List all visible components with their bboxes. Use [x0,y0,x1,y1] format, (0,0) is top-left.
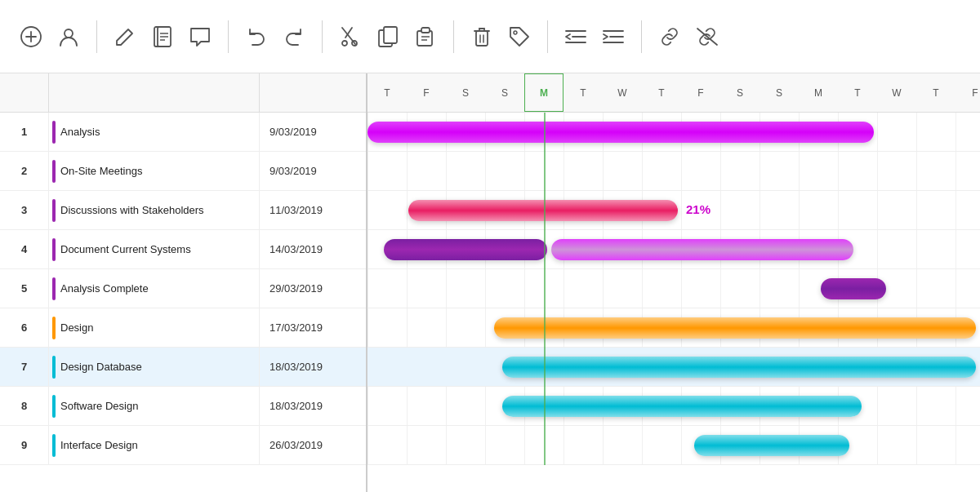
row-name: Design [49,308,260,347]
gantt-bar-container[interactable] [494,317,976,339]
gantt-day-header: S [485,73,524,112]
svg-point-3 [65,29,73,38]
table-body: 1 Analysis 9/03/2019 2 On-Site Meetings … [0,113,366,465]
svg-point-22 [514,31,517,34]
user-icon[interactable] [54,22,83,51]
table-row[interactable]: 7 Design Database 18/03/2019 [0,348,366,387]
gantt-bar-container[interactable] [502,396,862,417]
gantt-day-header: T [642,73,681,112]
svg-rect-14 [384,27,397,43]
row-name: Design Database [49,348,260,386]
indent-more-icon[interactable] [599,22,628,51]
gantt-row[interactable] [368,152,980,191]
row-num: 4 [0,230,49,268]
row-num: 8 [0,387,49,425]
redo-icon[interactable] [279,22,309,51]
table-row[interactable]: 3 Discussions with Stakeholders 11/03/20… [0,191,366,230]
task-name-text: Design Database [60,361,142,373]
row-color-indicator [52,160,56,183]
col-task-header [49,73,260,112]
row-name: On-Site Meetings [49,152,260,190]
gantt-bar-container[interactable] [502,357,976,378]
unlink-icon[interactable] [693,22,722,51]
svg-rect-19 [476,31,488,46]
row-color-indicator [52,199,56,222]
toolbar-group-2 [110,22,215,51]
row-num: 6 [0,308,49,347]
cut-icon[interactable] [336,22,365,51]
row-color-indicator [52,121,56,144]
divider-2 [228,20,229,53]
toolbar-group-4 [336,22,440,51]
gantt-day-header: T [564,73,603,112]
toolbar [0,0,980,73]
svg-point-11 [342,41,347,46]
row-num: 7 [0,348,49,386]
task-name-text: Software Design [60,400,138,412]
gantt-day-header: M [799,73,838,112]
task-name-text: Design [60,321,93,334]
table-row[interactable]: 9 Interface Design 26/03/2019 [0,426,366,465]
table-row[interactable]: 2 On-Site Meetings 9/03/2019 [0,152,366,191]
toolbar-group-3 [242,22,309,51]
task-table: 1 Analysis 9/03/2019 2 On-Site Meetings … [0,73,368,492]
task-name-text: Document Current Systems [60,243,191,255]
task-name-text: Analysis [60,126,100,138]
table-row[interactable]: 4 Document Current Systems 14/03/2019 [0,230,366,269]
comment-icon[interactable] [185,22,215,51]
table-header [0,73,366,113]
tag-icon[interactable] [505,22,534,51]
gantt-bar-container[interactable] [551,239,853,260]
task-name-text: On-Site Meetings [60,165,142,177]
col-date-header [260,73,366,112]
toolbar-group-1 [16,22,83,51]
table-row[interactable]: 8 Software Design 18/03/2019 [0,387,366,426]
main-content: 1 Analysis 9/03/2019 2 On-Site Meetings … [0,73,980,492]
gantt-day-header: S [720,73,760,112]
row-date: 29/03/2019 [260,269,366,308]
gantt-day-header: T [916,73,956,112]
gantt-body: 21% [368,113,980,465]
pencil-icon[interactable] [110,22,140,51]
col-all-header[interactable] [0,73,49,112]
row-color-indicator [52,317,56,339]
table-row[interactable]: 6 Design 17/03/2019 [0,308,366,348]
divider-1 [96,20,97,53]
document-icon[interactable] [148,22,177,51]
row-name: Analysis [49,113,260,151]
gantt-bar-container[interactable] [821,278,886,299]
task-name-text: Discussions with Stakeholders [60,204,204,216]
gantt-day-header: T [838,73,877,112]
gantt-bar-container[interactable] [384,239,547,260]
gantt-bar-container[interactable] [694,435,849,456]
row-color-indicator [52,238,56,261]
gantt-bar-container[interactable] [408,200,678,221]
row-color-indicator [52,395,56,418]
divider-5 [547,20,548,53]
row-num: 3 [0,191,49,229]
delete-icon[interactable] [467,22,497,51]
table-row[interactable]: 5 Analysis Complete 29/03/2019 [0,269,366,308]
row-date: 14/03/2019 [260,230,366,268]
gantt-row[interactable] [368,426,980,465]
paste-icon[interactable] [411,22,440,51]
toolbar-group-5 [467,22,534,51]
copy-icon[interactable] [373,22,403,51]
gantt-row[interactable] [368,269,980,308]
gantt-day-header: F [956,73,980,112]
row-name: Document Current Systems [49,230,260,268]
add-icon[interactable] [16,22,46,51]
row-color-indicator [52,356,56,379]
row-date: 26/03/2019 [260,426,366,464]
svg-rect-16 [421,28,430,33]
app-container: 1 Analysis 9/03/2019 2 On-Site Meetings … [0,0,980,492]
table-row[interactable]: 1 Analysis 9/03/2019 [0,113,366,152]
row-name: Software Design [49,387,260,425]
link-icon[interactable] [655,22,684,51]
indent-less-icon[interactable] [561,22,590,51]
gantt-bar-container[interactable] [368,122,874,143]
gantt-header: TFSSMTWTFSSMTWTF [368,73,980,113]
task-name-text: Analysis Complete [60,282,149,295]
row-date: 9/03/2019 [260,113,366,151]
undo-icon[interactable] [242,22,271,51]
